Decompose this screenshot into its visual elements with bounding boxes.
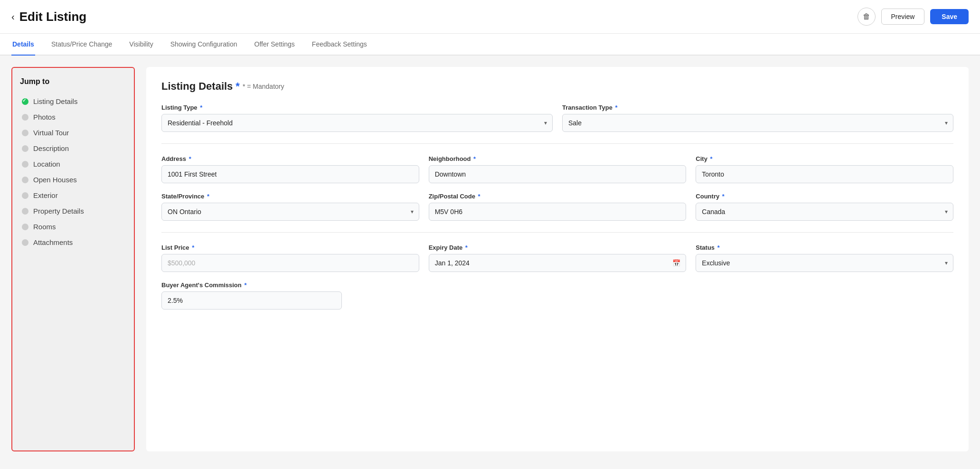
tab-status-price[interactable]: Status/Price Change — [50, 34, 113, 56]
delete-button[interactable]: 🗑 — [858, 8, 876, 26]
group-status: Status * Exclusive Active Pending Sold ▾ — [696, 244, 953, 272]
save-button[interactable]: Save — [930, 9, 969, 24]
preview-button[interactable]: Preview — [881, 9, 925, 25]
zip-postal-input[interactable] — [429, 203, 687, 221]
sidebar-dot-location — [22, 161, 28, 168]
sidebar-label-virtual-tour: Virtual Tour — [33, 129, 69, 137]
header-right: 🗑 Preview Save — [858, 8, 969, 26]
country-wrapper: Canada United States Other ▾ — [696, 203, 953, 221]
sidebar-label-attachments: Attachments — [33, 238, 73, 246]
sidebar-item-virtual-tour[interactable]: Virtual Tour — [20, 125, 126, 141]
listing-type-wrapper: Residential - Freehold Residential - Con… — [161, 114, 553, 132]
country-star: * — [722, 193, 725, 200]
group-neighborhood: Neighborhood * — [429, 155, 687, 183]
transaction-type-select[interactable]: Sale Lease Rental — [562, 114, 953, 132]
sidebar-dot-attachments — [22, 239, 28, 246]
status-wrapper: Exclusive Active Pending Sold ▾ — [696, 254, 953, 272]
tab-offer-settings[interactable]: Offer Settings — [254, 34, 296, 56]
neighborhood-label: Neighborhood * — [429, 155, 687, 162]
list-price-star: * — [192, 244, 194, 251]
address-label: Address * — [161, 155, 419, 162]
sidebar-item-attachments[interactable]: Attachments — [20, 234, 126, 250]
group-expiry-date: Expiry Date * 📅 — [429, 244, 687, 272]
tab-showing-config[interactable]: Showing Configuration — [170, 34, 238, 56]
jump-to-sidebar: Jump to Listing Details Photos Virtual T… — [11, 67, 135, 451]
sidebar-label-rooms: Rooms — [33, 223, 56, 231]
buyer-commission-star: * — [244, 281, 246, 289]
sidebar-item-description[interactable]: Description — [20, 141, 126, 156]
list-price-label: List Price * — [161, 244, 419, 251]
sidebar-dot-description — [22, 145, 28, 152]
sidebar-dot-exterior — [22, 192, 28, 199]
transaction-type-star: * — [615, 104, 618, 111]
neighborhood-input[interactable] — [429, 165, 687, 183]
listing-type-star: * — [200, 104, 202, 111]
status-select[interactable]: Exclusive Active Pending Sold — [696, 254, 953, 272]
transaction-type-label: Transaction Type * — [562, 104, 953, 111]
row-state-zip-country: State/Province * ON Ontario BC British C… — [161, 193, 953, 221]
state-province-select[interactable]: ON Ontario BC British Columbia AB Albert… — [161, 203, 419, 221]
tab-visibility[interactable]: Visibility — [128, 34, 154, 56]
sidebar-dot-photos — [22, 114, 28, 121]
group-list-price: List Price * — [161, 244, 419, 272]
sidebar-item-exterior[interactable]: Exterior — [20, 188, 126, 203]
sidebar-item-property-details[interactable]: Property Details — [20, 203, 126, 219]
buyer-commission-label: Buyer Agent's Commission * — [161, 281, 342, 289]
group-listing-type: Listing Type * Residential - Freehold Re… — [161, 104, 553, 132]
tab-feedback-settings[interactable]: Feedback Settings — [311, 34, 368, 56]
sidebar-dot-listing-details — [22, 98, 28, 105]
group-transaction-type: Transaction Type * Sale Lease Rental ▾ — [562, 104, 953, 132]
city-input[interactable] — [696, 165, 953, 183]
tab-details[interactable]: Details — [11, 34, 35, 56]
sidebar-label-open-houses: Open Houses — [33, 176, 77, 184]
sidebar-label-listing-details: Listing Details — [33, 97, 77, 105]
sidebar-item-photos[interactable]: Photos — [20, 109, 126, 125]
neighborhood-star: * — [473, 155, 476, 162]
back-button[interactable]: ‹ — [11, 11, 15, 22]
row-buyer-commission: Buyer Agent's Commission * — [161, 281, 953, 310]
sidebar-item-open-houses[interactable]: Open Houses — [20, 172, 126, 188]
sidebar-label-exterior: Exterior — [33, 191, 58, 199]
row-listing-transaction: Listing Type * Residential - Freehold Re… — [161, 104, 953, 132]
sidebar-dot-virtual-tour — [22, 130, 28, 136]
divider-2 — [161, 232, 953, 233]
country-label: Country * — [696, 193, 953, 200]
transaction-type-wrapper: Sale Lease Rental ▾ — [562, 114, 953, 132]
listing-type-section: Listing Type * Residential - Freehold Re… — [161, 104, 953, 310]
sidebar-label-location: Location — [33, 160, 60, 168]
group-state-province: State/Province * ON Ontario BC British C… — [161, 193, 419, 221]
sidebar-dot-property-details — [22, 208, 28, 215]
section-title-text: Listing Details — [161, 80, 233, 93]
mandatory-star: * — [236, 80, 240, 93]
trash-icon: 🗑 — [863, 12, 870, 21]
city-label: City * — [696, 155, 953, 162]
row-address-neighborhood-city: Address * Neighborhood * City * — [161, 155, 953, 183]
address-input[interactable] — [161, 165, 419, 183]
header-left: ‹ Edit Listing — [11, 9, 86, 24]
listing-type-select[interactable]: Residential - Freehold Residential - Con… — [161, 114, 553, 132]
tabs-bar: Details Status/Price Change Visibility S… — [0, 34, 980, 56]
jump-to-title: Jump to — [20, 77, 126, 86]
expiry-star: * — [465, 244, 468, 251]
state-star: * — [207, 193, 209, 200]
sidebar-item-location[interactable]: Location — [20, 156, 126, 172]
row-price-expiry-status: List Price * Expiry Date * 📅 Status * — [161, 244, 953, 272]
mandatory-note: * = Mandatory — [243, 83, 284, 90]
group-zip-postal: Zip/Postal Code * — [429, 193, 687, 221]
expiry-date-input[interactable] — [429, 254, 687, 272]
group-buyer-commission: Buyer Agent's Commission * — [161, 281, 342, 310]
group-city: City * — [696, 155, 953, 183]
group-address: Address * — [161, 155, 419, 183]
sidebar-label-description: Description — [33, 144, 69, 152]
sidebar-dot-rooms — [22, 224, 28, 230]
list-price-input[interactable] — [161, 254, 419, 272]
form-section-title: Listing Details * * = Mandatory — [161, 80, 953, 93]
zip-star: * — [478, 193, 481, 200]
expiry-date-wrapper: 📅 — [429, 254, 687, 272]
buyer-commission-input[interactable] — [161, 291, 342, 310]
listing-type-label: Listing Type * — [161, 104, 553, 111]
country-select[interactable]: Canada United States Other — [696, 203, 953, 221]
sidebar-item-rooms[interactable]: Rooms — [20, 219, 126, 234]
zip-postal-label: Zip/Postal Code * — [429, 193, 687, 200]
sidebar-item-listing-details[interactable]: Listing Details — [20, 94, 126, 109]
